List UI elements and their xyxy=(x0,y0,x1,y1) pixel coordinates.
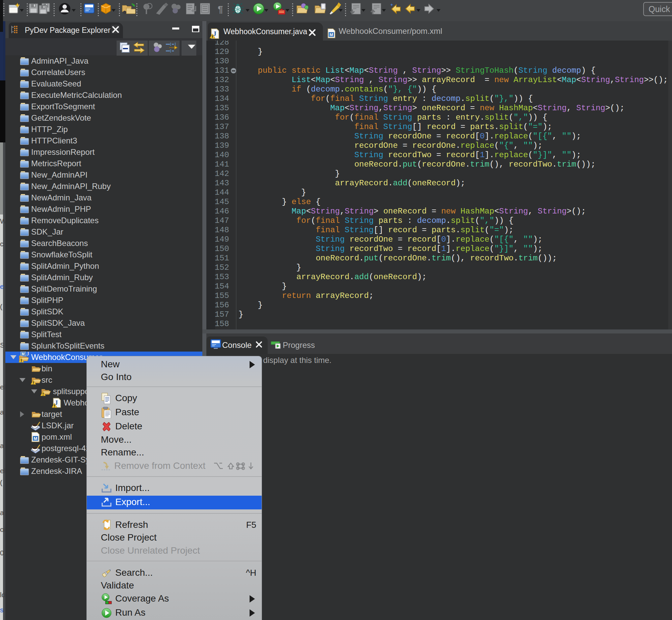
svg-text:M: M xyxy=(330,32,333,37)
svg-text:M: M xyxy=(34,436,38,441)
svg-text:M: M xyxy=(21,352,24,356)
svg-text:J: J xyxy=(26,352,29,357)
